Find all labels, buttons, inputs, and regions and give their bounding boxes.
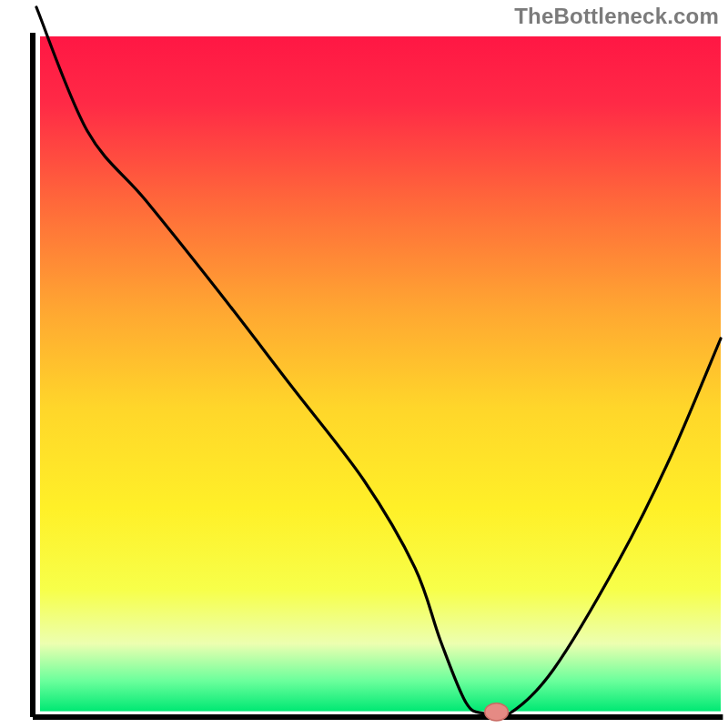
optimal-point-marker xyxy=(485,703,509,721)
chart-stage: TheBottleneck.com xyxy=(0,0,728,728)
bottleneck-plot xyxy=(0,0,728,728)
plot-background xyxy=(40,36,721,712)
watermark-text: TheBottleneck.com xyxy=(514,4,719,29)
